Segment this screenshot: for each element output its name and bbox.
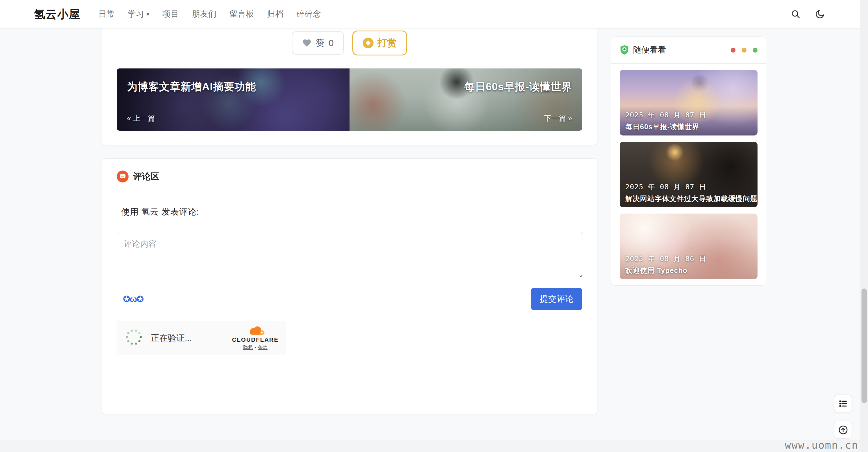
cloudflare-brand-block: CLOUDFLARE 隐私•条款 xyxy=(232,326,279,351)
like-label: 赞 xyxy=(316,37,324,49)
nav-item-study[interactable]: 学习 xyxy=(128,8,150,20)
arrow-up-circle-icon xyxy=(838,425,848,435)
yellow-dot-icon xyxy=(742,48,746,53)
chevron-down-icon xyxy=(146,10,150,18)
cloudflare-brand-text: CLOUDFLARE xyxy=(232,336,279,343)
sidebar-post-date: 2025 年 08 月 06 日 xyxy=(625,254,706,263)
navbar: 氢云小屋 日常 学习 项目 朋友们 留言板 归档 碎碎念 xyxy=(0,0,868,28)
terms-link[interactable]: 条款 xyxy=(258,345,268,350)
watermark: www.uomn.cn xyxy=(785,439,858,451)
comment-card: 评论区 使用 氢云 发表评论: ✪ω✪ 提交评论 xyxy=(102,159,597,414)
search-icon[interactable] xyxy=(790,8,801,20)
article-footer-card: 赞 0 打赏 为博客文章新增AI摘要功能 « 上一篇 每日60s早报-读懂世界 xyxy=(102,28,597,145)
sidebar-post-title: 欢迎使用 Typecho xyxy=(625,266,706,275)
back-to-top-button[interactable] xyxy=(834,421,852,439)
comment-login-hint: 使用 氢云 发表评论: xyxy=(121,206,582,218)
next-post-link[interactable]: 下一篇 » xyxy=(544,113,572,123)
next-post-title: 每日60s早报-读懂世界 xyxy=(464,80,572,94)
submit-comment-button[interactable]: 提交评论 xyxy=(531,288,582,310)
like-count: 0 xyxy=(329,38,334,48)
navbar-icons xyxy=(790,8,826,20)
comment-input[interactable] xyxy=(117,232,583,277)
main-column: 赞 0 打赏 为博客文章新增AI摘要功能 « 上一篇 每日60s早报-读懂世界 xyxy=(102,28,597,414)
random-posts-widget: 随便看看 2025 年 08 月 07 日 每日60s早报-读懂世界 xyxy=(611,36,766,286)
reward-label: 打赏 xyxy=(377,36,397,50)
comment-header: 评论区 xyxy=(117,171,582,182)
privacy-link[interactable]: 隐私 xyxy=(243,345,253,350)
footer-divider xyxy=(0,440,868,452)
moon-icon[interactable] xyxy=(814,8,826,20)
sidebar-post-3[interactable]: 2025 年 08 月 06 日 欢迎使用 Typecho xyxy=(620,214,757,279)
cloudflare-logo-icon xyxy=(245,326,266,336)
heart-icon xyxy=(302,38,312,48)
nav-item-projects[interactable]: 项目 xyxy=(162,8,179,20)
next-post-banner[interactable]: 每日60s早报-读懂世界 下一篇 » xyxy=(349,68,582,131)
nav-item-guestbook[interactable]: 留言板 xyxy=(229,8,254,20)
reward-button[interactable]: 打赏 xyxy=(352,31,407,55)
coin-icon xyxy=(363,38,374,48)
red-dot-icon xyxy=(731,48,736,53)
nav-item-musings[interactable]: 碎碎念 xyxy=(297,8,321,20)
post-navigation: 为博客文章新增AI摘要功能 « 上一篇 每日60s早报-读懂世界 下一篇 » xyxy=(117,68,582,131)
comment-toolbar: ✪ω✪ 提交评论 xyxy=(117,288,582,310)
shield-eye-icon xyxy=(620,45,629,55)
green-dot-icon xyxy=(753,48,757,53)
widget-body: 2025 年 08 月 07 日 每日60s早报-读懂世界 2025 年 08 … xyxy=(611,64,766,285)
scrollbar-thumb[interactable] xyxy=(862,288,867,403)
nav-item-friends[interactable]: 朋友们 xyxy=(192,8,216,20)
sidebar-post-title: 每日60s早报-读懂世界 xyxy=(625,122,706,132)
like-button[interactable]: 赞 0 xyxy=(292,31,344,55)
verification-spinner-icon xyxy=(126,329,144,347)
widget-title: 随便看看 xyxy=(633,45,666,56)
article-actions: 赞 0 打赏 xyxy=(117,29,582,57)
toc-button[interactable] xyxy=(834,395,852,413)
main-nav: 日常 学习 项目 朋友们 留言板 归档 碎碎念 xyxy=(98,8,321,20)
sidebar-post-date: 2025 年 08 月 07 日 xyxy=(625,110,706,120)
sidebar-post-2[interactable]: 2025 年 08 月 07 日 解决网站字体文件过大导致加载缓慢问题 xyxy=(620,142,757,207)
sidebar-post-title: 解决网站字体文件过大导致加载缓慢问题 xyxy=(625,194,757,203)
sidebar: 随便看看 2025 年 08 月 07 日 每日60s早报-读懂世界 xyxy=(611,28,766,286)
nav-item-daily[interactable]: 日常 xyxy=(98,8,115,20)
list-icon xyxy=(838,399,848,408)
comment-section-title: 评论区 xyxy=(133,171,159,182)
scrollbar-track[interactable] xyxy=(860,0,868,452)
cloudflare-turnstile-widget[interactable]: 正在验证... CLOUDFLARE 隐私•条款 xyxy=(117,321,286,355)
page-body: 赞 0 打赏 为博客文章新增AI摘要功能 « 上一篇 每日60s早报-读懂世界 xyxy=(0,28,868,414)
emoji-picker-button[interactable]: ✪ω✪ xyxy=(123,294,143,304)
prev-post-banner[interactable]: 为博客文章新增AI摘要功能 « 上一篇 xyxy=(117,68,349,131)
traffic-dots xyxy=(731,48,757,53)
prev-post-title: 为博客文章新增AI摘要功能 xyxy=(127,80,256,94)
turnstile-links: 隐私•条款 xyxy=(243,344,268,351)
widget-header: 随便看看 xyxy=(611,37,766,64)
sidebar-post-date: 2025 年 08 月 07 日 xyxy=(625,182,757,192)
sidebar-post-1[interactable]: 2025 年 08 月 07 日 每日60s早报-读懂世界 xyxy=(620,70,757,136)
comment-bubble-icon xyxy=(117,171,129,182)
nav-item-archive[interactable]: 归档 xyxy=(267,8,283,20)
site-logo[interactable]: 氢云小屋 xyxy=(34,6,80,22)
verification-status: 正在验证... xyxy=(151,332,192,344)
prev-post-link[interactable]: « 上一篇 xyxy=(127,113,155,123)
